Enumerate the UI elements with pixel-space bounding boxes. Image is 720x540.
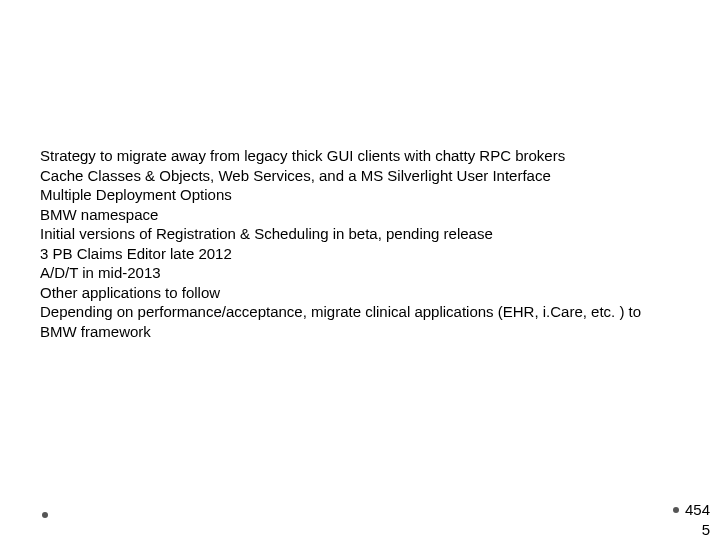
body-line: 3 PB Claims Editor late 2012: [40, 244, 680, 264]
footer-right: 454: [673, 501, 710, 518]
body-line: Cache Classes & Objects, Web Services, a…: [40, 166, 680, 186]
slide: Strategy to migrate away from legacy thi…: [0, 0, 720, 540]
footer-left: [42, 511, 48, 518]
slide-body: Strategy to migrate away from legacy thi…: [40, 146, 680, 341]
body-line: Other applications to follow: [40, 283, 680, 303]
body-line: Depending on performance/acceptance, mig…: [40, 302, 680, 341]
body-line: Initial versions of Registration & Sched…: [40, 224, 680, 244]
bullet-icon: [673, 507, 679, 513]
page-number: 454: [685, 501, 710, 518]
body-line: BMW namespace: [40, 205, 680, 225]
body-line: Strategy to migrate away from legacy thi…: [40, 146, 680, 166]
bullet-icon: [42, 512, 48, 518]
body-line: A/D/T in mid-2013: [40, 263, 680, 283]
corner-number: 5: [702, 521, 710, 538]
body-line: Multiple Deployment Options: [40, 185, 680, 205]
